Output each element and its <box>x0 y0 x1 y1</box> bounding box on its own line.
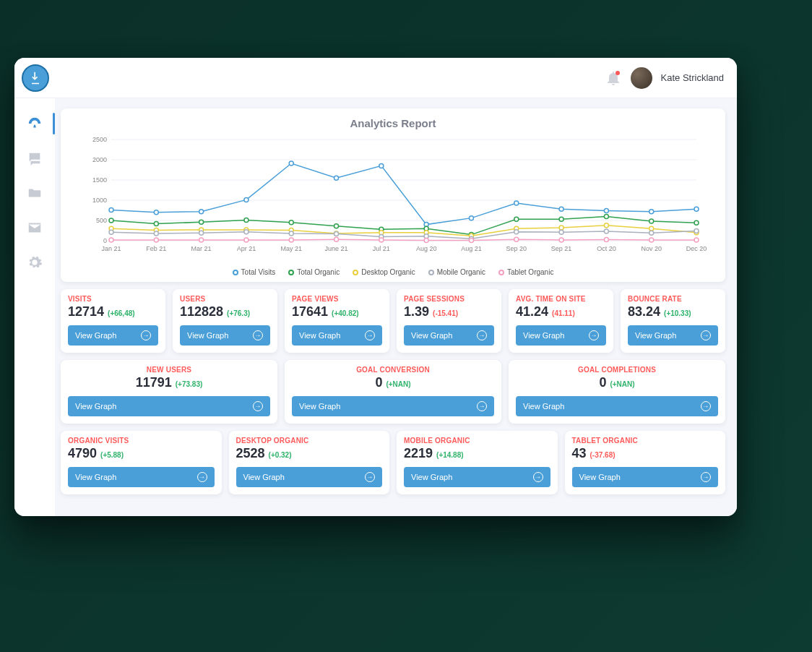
analytics-chart-card: Analytics Report 05001000150020002500Jan… <box>61 108 725 282</box>
user-name[interactable]: Kate Strickland <box>661 72 724 83</box>
svg-point-73 <box>334 231 339 236</box>
svg-point-37 <box>604 209 608 213</box>
view-graph-button[interactable]: View Graph→ <box>516 396 718 416</box>
kpi-value: 41.24 (41.11) <box>516 304 606 319</box>
svg-point-68 <box>109 230 113 234</box>
kpi-delta: (+0.32) <box>269 451 292 459</box>
svg-point-82 <box>109 238 113 242</box>
kpi-card: MOBILE ORGANIC2219 (+14.88)View Graph→ <box>397 431 558 494</box>
arrow-right-icon: → <box>533 472 543 482</box>
kpi-value: 2528 (+0.32) <box>236 446 383 461</box>
arrow-right-icon: → <box>701 401 711 411</box>
view-graph-button[interactable]: View Graph→ <box>404 325 494 346</box>
svg-text:May 21: May 21 <box>280 245 302 252</box>
kpi-title: PAGE VIEWS <box>292 295 382 303</box>
kpi-delta: (+40.82) <box>332 309 359 317</box>
svg-text:2000: 2000 <box>92 156 107 163</box>
svg-point-79 <box>604 229 608 233</box>
kpi-card: NEW USERS11791 (+73.83)View Graph→ <box>61 360 277 424</box>
svg-point-93 <box>604 238 608 242</box>
button-label: View Graph <box>243 473 285 481</box>
view-graph-button[interactable]: View Graph→ <box>292 396 494 416</box>
view-graph-button[interactable]: View Graph→ <box>68 325 158 346</box>
svg-text:1500: 1500 <box>92 176 107 184</box>
kpi-value: 11791 (+73.83) <box>68 375 270 390</box>
folder-icon[interactable] <box>27 185 43 201</box>
view-graph-button[interactable]: View Graph→ <box>516 325 606 346</box>
svg-text:Aug 20: Aug 20 <box>416 245 437 252</box>
svg-point-77 <box>514 230 519 234</box>
app-logo[interactable] <box>22 64 49 92</box>
kpi-value: 17641 (+40.82) <box>292 304 382 319</box>
view-graph-button[interactable]: View Graph→ <box>180 325 270 346</box>
svg-point-86 <box>289 238 293 242</box>
avatar[interactable] <box>631 67 652 89</box>
svg-point-83 <box>154 238 158 242</box>
view-graph-button[interactable]: View Graph→ <box>68 396 270 416</box>
svg-point-28 <box>199 210 204 214</box>
svg-point-52 <box>649 219 654 223</box>
kpi-delta: (+73.83) <box>176 380 203 388</box>
arrow-right-icon: → <box>253 401 263 411</box>
button-label: View Graph <box>411 331 452 340</box>
kpi-title: TABLET ORGANIC <box>572 437 719 445</box>
kpi-delta: (+66,48) <box>108 309 135 317</box>
view-graph-button[interactable]: View Graph→ <box>628 325 718 346</box>
view-graph-button[interactable]: View Graph→ <box>292 325 382 346</box>
kpi-value: 43 (-37.68) <box>572 446 719 461</box>
kpi-delta: (+10.33) <box>664 309 691 317</box>
mail-icon[interactable] <box>27 220 43 236</box>
kpi-delta: (+NAN) <box>386 380 410 388</box>
arrow-right-icon: → <box>589 330 599 340</box>
view-graph-button[interactable]: View Graph→ <box>68 467 215 487</box>
kpi-delta: (+14.88) <box>436 451 464 459</box>
kpi-card: BOUNCE RATE83.24 (+10.33)View Graph→ <box>621 289 725 353</box>
kpi-title: MOBILE ORGANIC <box>404 437 550 445</box>
svg-text:Jan 21: Jan 21 <box>101 245 121 252</box>
kpi-card: GOAL COMPLETIONS0 (+NAN)View Graph→ <box>509 360 725 424</box>
button-label: View Graph <box>75 402 116 411</box>
kpi-row-2: NEW USERS11791 (+73.83)View Graph→GOAL C… <box>61 360 725 424</box>
svg-point-26 <box>109 207 113 212</box>
chat-icon[interactable] <box>27 150 43 166</box>
kpi-card: VISITS12714 (+66,48)View Graph→ <box>61 289 165 353</box>
dashboard-icon[interactable] <box>27 116 43 132</box>
svg-point-41 <box>154 221 158 226</box>
kpi-title: VISITS <box>68 295 158 303</box>
svg-point-65 <box>604 223 608 228</box>
svg-point-87 <box>334 237 339 241</box>
button-label: View Graph <box>579 473 621 481</box>
svg-text:Sep 20: Sep 20 <box>506 245 527 252</box>
kpi-title: PAGE SESSIONS <box>404 295 494 303</box>
kpi-row-1: VISITS12714 (+66,48)View Graph→USERS1128… <box>61 289 725 353</box>
kpi-card: PAGE SESSIONS1.39 (-15.41)View Graph→ <box>397 289 501 353</box>
kpi-title: GOAL COMPLETIONS <box>516 366 718 374</box>
arrow-right-icon: → <box>365 330 375 340</box>
view-graph-button[interactable]: View Graph→ <box>404 467 550 487</box>
kpi-delta: (-37.68) <box>590 451 616 459</box>
svg-text:500: 500 <box>96 217 107 224</box>
kpi-title: NEW USERS <box>68 366 270 374</box>
main-content: Analytics Report 05001000150020002500Jan… <box>55 98 737 516</box>
svg-point-43 <box>244 218 249 222</box>
kpi-title: ORGANIC VISITS <box>68 437 215 445</box>
kpi-value: 0 (+NAN) <box>516 375 718 390</box>
sidebar <box>14 98 55 516</box>
svg-text:Apr 21: Apr 21 <box>237 245 256 252</box>
arrow-right-icon: → <box>701 472 711 482</box>
kpi-card: USERS112828 (+76.3)View Graph→ <box>173 289 277 353</box>
view-graph-button[interactable]: View Graph→ <box>572 467 719 487</box>
settings-icon[interactable] <box>27 254 43 270</box>
kpi-row-3: ORGANIC VISITS4790 (+5.88)View Graph→DES… <box>61 431 725 494</box>
svg-point-92 <box>559 238 563 242</box>
kpi-value: 1.39 (-15.41) <box>404 304 494 319</box>
user-area: Kate Strickland <box>605 67 724 89</box>
view-graph-button[interactable]: View Graph→ <box>236 467 383 487</box>
svg-text:Oct 20: Oct 20 <box>597 245 616 252</box>
kpi-delta: (+5.88) <box>100 451 124 459</box>
svg-point-50 <box>559 217 563 221</box>
kpi-value: 83.24 (+10.33) <box>628 304 718 319</box>
svg-text:Dec 20: Dec 20 <box>686 245 707 252</box>
notifications-icon[interactable] <box>605 69 622 87</box>
svg-point-94 <box>649 238 654 242</box>
